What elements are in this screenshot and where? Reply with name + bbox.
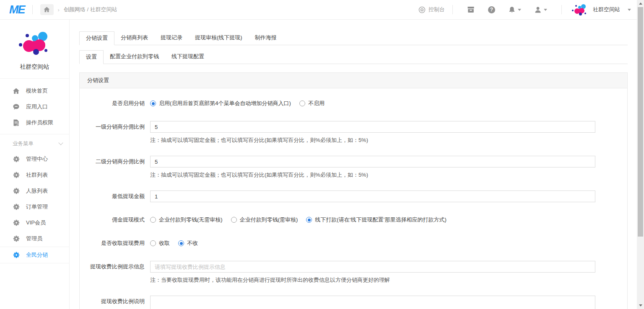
gear-icon [13, 219, 20, 227]
help-button[interactable] [488, 6, 495, 13]
app-window: ME › 创颜网络 / 社群空间站 控制台 [0, 0, 644, 309]
scrollbar-thumb[interactable] [638, 7, 643, 237]
sidebar-item-label: 人脉列表 [26, 187, 48, 195]
tab-settings[interactable]: 设置 [79, 50, 104, 64]
user-icon [535, 6, 541, 13]
radio-checked-icon [306, 217, 312, 223]
field-min-withdrawal: 最低提现金额 [80, 191, 627, 202]
radio-label: 企业付款到零钱(无需审核) [159, 216, 223, 224]
sidebar-item-operator-permissions[interactable]: 操作员权限 [0, 115, 69, 131]
primary-tabs: 分销设置 分销商列表 提现记录 提现审核(线下提现) 制作海报 [79, 31, 628, 45]
scrollbar-down-button[interactable] [637, 302, 644, 309]
gear-icon [13, 203, 20, 211]
radio-mode-no-review[interactable]: 企业付款到零钱(无需审核) [150, 216, 223, 224]
sidebar-item-order-management[interactable]: 订单管理 [0, 199, 69, 215]
header-divider [32, 5, 33, 14]
radio-fee-no-charge[interactable]: 不收 [178, 239, 198, 247]
console-button[interactable]: 控制台 [418, 6, 445, 13]
bell-icon [509, 6, 515, 13]
radio-mode-offline[interactable]: 线下打款(请在‘线下提现配置’那里选择相应的打款方式) [306, 216, 446, 224]
field-label: 提现收费比例提示信息 [80, 261, 150, 284]
notifications-button[interactable] [509, 6, 521, 13]
console-label: 控制台 [428, 6, 445, 13]
field-label: 是否启用分销 [80, 98, 150, 109]
sidebar-item-administrators[interactable]: 管理员 [0, 231, 69, 247]
level1-ratio-input[interactable] [150, 121, 595, 133]
sidebar-item-distribution[interactable]: 全民分销 [0, 247, 69, 263]
home-icon [13, 88, 20, 95]
sidebar-item-label: 全民分销 [26, 251, 48, 259]
field-charge-fee: 是否收取提现费用 收取 不收 [80, 237, 627, 249]
app-logo-icon [572, 4, 588, 15]
sidebar-brand: 社群空间站 [0, 20, 69, 79]
sidebar-app-title: 社群空间站 [0, 63, 69, 71]
console-icon [418, 6, 426, 13]
field-note: 注：当要收取提现费用时，该功能用在分销商进行提现时所弹出的收费信息以方便分销商更… [150, 276, 601, 284]
secondary-tabs: 设置 配置企业付款到零钱 线下提现配置 [79, 50, 628, 64]
sidebar-item-label: 管理中心 [26, 155, 48, 163]
field-label: 提现收费比例说明 [80, 296, 150, 309]
sidebar-item-contacts-list[interactable]: 人脉列表 [0, 183, 69, 199]
radio-unchecked-icon [150, 240, 156, 246]
account-button[interactable] [535, 6, 547, 13]
gear-icon [13, 172, 20, 179]
sidebar-item-label: 操作员权限 [26, 119, 53, 126]
sidebar-section-business-menu[interactable]: 业务菜单 [0, 136, 69, 151]
fee-hint-input[interactable] [150, 261, 595, 273]
tab-enterprise-payment-config[interactable]: 配置企业付款到零钱 [104, 50, 165, 64]
tab-withdrawal-review[interactable]: 提现审核(线下提现) [189, 31, 249, 45]
header-divider [561, 5, 562, 14]
scroll-up-icon [639, 3, 642, 5]
sidebar-item-module-home[interactable]: 模块首页 [0, 83, 69, 99]
tab-make-poster[interactable]: 制作海报 [249, 31, 283, 45]
radio-enable-off[interactable]: 不启用 [299, 100, 325, 107]
field-enable-distribution: 是否启用分销 启用(启用后首页底部第4个菜单会自动增加分销商入口) 不启用 [80, 98, 627, 109]
tab-distribution-settings[interactable]: 分销设置 [79, 31, 114, 45]
sidebar: 社群空间站 模块首页 应用入口 操作员权限 [0, 20, 70, 309]
field-note: 注：抽成可以填写固定金额；也可以填写百分比(如果填写百分比，则%必须加上，如：5… [150, 136, 601, 144]
header-divider [452, 5, 453, 14]
scrollbar-up-button[interactable] [637, 0, 644, 7]
sidebar-item-app-entry[interactable]: 应用入口 [0, 99, 69, 115]
panel-title: 分销设置 [80, 73, 627, 88]
gear-icon [13, 252, 20, 259]
field-label: 一级分销商分佣比例 [80, 121, 150, 144]
sidebar-divider [0, 263, 69, 263]
breadcrumb[interactable]: 创颜网络 / 社群空间站 [64, 6, 117, 13]
radio-fee-charge[interactable]: 收取 [150, 239, 170, 247]
sidebar-item-label: VIP会员 [26, 219, 46, 227]
radio-label: 企业付款到零钱(需审核) [240, 216, 298, 224]
radio-mode-with-review[interactable]: 企业付款到零钱(需审核) [231, 216, 298, 224]
tab-withdrawal-records[interactable]: 提现记录 [154, 31, 189, 45]
level2-ratio-input[interactable] [150, 156, 595, 167]
chat-icon [13, 103, 20, 111]
sidebar-item-management-center[interactable]: 管理中心 [0, 151, 69, 167]
min-withdrawal-input[interactable] [150, 191, 595, 202]
top-header: ME › 创颜网络 / 社群空间站 控制台 [0, 0, 637, 20]
chevron-down-icon [544, 9, 547, 11]
header-actions: 控制台 [418, 4, 631, 15]
fee-description-textarea[interactable] [150, 296, 595, 309]
radio-unchecked-icon [150, 217, 156, 223]
radio-label: 收取 [159, 239, 170, 247]
app-switcher-name: 社群空间站 [593, 6, 620, 13]
tab-distributor-list[interactable]: 分销商列表 [114, 31, 154, 45]
gear-icon [13, 188, 20, 195]
radio-label: 不收 [187, 239, 198, 247]
sidebar-item-community-list[interactable]: 社群列表 [0, 167, 69, 183]
breadcrumb-home-button[interactable] [40, 4, 54, 15]
tab-offline-withdrawal-config[interactable]: 线下提现配置 [165, 50, 210, 64]
sidebar-item-label: 模块首页 [26, 87, 48, 95]
field-level2-ratio: 二级分销商分佣比例 注：抽成可以填写固定金额；也可以填写百分比(如果填写百分比，… [80, 156, 627, 179]
main-area: 分销设置 分销商列表 提现记录 提现审核(线下提现) 制作海报 设置 配置企业付… [70, 20, 637, 309]
sidebar-section-label: 业务菜单 [13, 140, 34, 147]
store-icon [467, 6, 475, 13]
sidebar-item-label: 订单管理 [26, 203, 48, 211]
gear-icon [13, 235, 20, 242]
sidebar-item-label: 应用入口 [26, 103, 48, 111]
store-button[interactable] [467, 6, 475, 13]
radio-enable-on[interactable]: 启用(启用后首页底部第4个菜单会自动增加分销商入口) [150, 100, 291, 107]
field-withdrawal-mode: 佣金提现模式 企业付款到零钱(无需审核) 企业付款到零钱(需审核) [80, 214, 627, 226]
app-switcher[interactable]: 社群空间站 [572, 4, 631, 15]
sidebar-item-vip-members[interactable]: VIP会员 [0, 215, 69, 231]
